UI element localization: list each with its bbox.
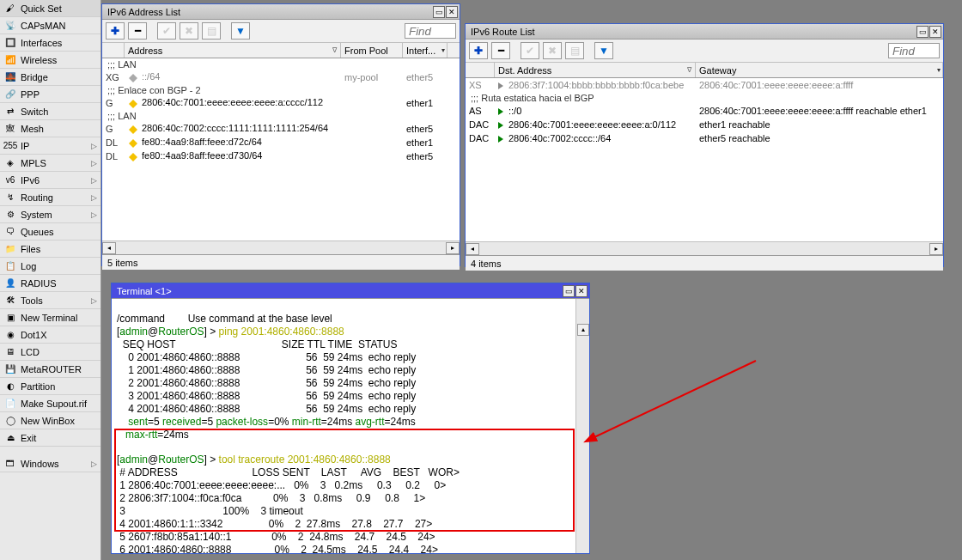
sidebar-item-system[interactable]: ⚙System▷ <box>0 206 100 223</box>
sidebar-label: Mesh <box>21 124 44 134</box>
h-scrollbar[interactable]: ◂ ▸ <box>466 241 943 255</box>
table-row[interactable]: XS2806:3f7:1004:bbbb:bbbb:bbbb:f0ca:bebe… <box>466 78 943 92</box>
menu-icon: ◐ <box>3 380 17 393</box>
flag-column[interactable] <box>102 43 125 58</box>
terminal-output[interactable]: /command Use command at the base level [… <box>112 299 589 553</box>
filter-button[interactable]: ▼ <box>594 42 613 59</box>
table-row[interactable]: G2806:40c:7001:eeee:eeee:eeee:a:cccc/112… <box>102 96 460 110</box>
sidebar-item-tools[interactable]: 🛠Tools▷ <box>0 292 100 309</box>
gateway-column[interactable]: Gateway▾ <box>696 63 943 77</box>
scroll-left[interactable]: ◂ <box>466 243 479 255</box>
table-row[interactable]: DLfe80::4aa9:8aff:feee:d72c/64ether1 <box>102 136 460 149</box>
table-row[interactable]: G2806:40c:7002:cccc:1111:1111:1111:254/6… <box>102 122 460 136</box>
sidebar-item-routing[interactable]: ↯Routing▷ <box>0 189 100 206</box>
enable-button[interactable]: ✔ <box>157 22 176 40</box>
flag-cell: DAC <box>466 133 495 143</box>
sidebar-item-radius[interactable]: 👤RADIUS <box>0 275 100 292</box>
scroll-right[interactable]: ▸ <box>929 243 943 255</box>
menu-icon: ⏏ <box>3 431 17 445</box>
sidebar-item-metarouter[interactable]: 💾MetaROUTER <box>0 361 100 378</box>
sidebar-item-ppp[interactable]: 🔗PPP <box>0 86 100 103</box>
sidebar-item-make-supout.rif[interactable]: 📄Make Supout.rif <box>0 395 100 412</box>
comment-button[interactable]: ▤ <box>565 42 584 59</box>
submenu-indicator: ▷ <box>91 193 97 202</box>
scroll-left[interactable]: ◂ <box>102 242 116 254</box>
scroll-up[interactable]: ▴ <box>577 324 589 336</box>
sidebar-item-wireless[interactable]: 📶Wireless <box>0 52 100 69</box>
sidebar-item-quick-set[interactable]: 🖌Quick Set <box>0 0 100 17</box>
sidebar-item-capsman[interactable]: 📡CAPsMAN <box>0 17 100 34</box>
filter-button[interactable]: ▼ <box>231 22 250 40</box>
disable-button[interactable]: ✖ <box>180 22 198 40</box>
sidebar-item-lcd[interactable]: 🖥LCD <box>0 344 100 361</box>
sidebar-item-partition[interactable]: ◐Partition <box>0 378 100 395</box>
sidebar-item-new-winbox[interactable]: ◯New WinBox <box>0 412 100 429</box>
sidebar-item-windows[interactable]: 🗔 Windows ▷ <box>0 455 100 472</box>
table-row[interactable]: DLfe80::4aa9:8aff:feee:d730/64ether5 <box>102 149 460 163</box>
address-icon <box>128 138 138 149</box>
table-row[interactable]: DAC2806:40c:7002:cccc::/64ether5 reachab… <box>466 131 943 145</box>
pool-column[interactable]: From Pool <box>341 43 403 58</box>
terminal-window: Terminal <1> ▭ ✕ /command Use command at… <box>111 283 590 554</box>
minimize-button[interactable]: ▭ <box>563 285 575 297</box>
window-titlebar[interactable]: IPv6 Route List ▭ ✕ <box>466 24 943 40</box>
minimize-button[interactable]: ▭ <box>433 6 445 18</box>
submenu-indicator: ▷ <box>91 176 97 185</box>
window-title: IPv6 Address List <box>107 7 433 17</box>
disable-button[interactable]: ✖ <box>543 42 562 59</box>
address-icon <box>128 99 138 109</box>
sidebar-item-interfaces[interactable]: 🔲Interfaces <box>0 34 100 52</box>
sidebar-label: MPLS <box>21 158 46 168</box>
flag-column[interactable] <box>466 63 495 77</box>
route-icon <box>498 122 503 129</box>
close-button[interactable]: ✕ <box>575 285 588 297</box>
table-row[interactable]: AS::/02806:40c:7001:eeee:eeee:eeee:a:fff… <box>466 104 943 118</box>
h-scrollbar[interactable]: ◂ ▸ <box>102 240 460 254</box>
sidebar-item-ip[interactable]: 255IP▷ <box>0 137 100 155</box>
table-row[interactable]: XG::/64my-poolether5 <box>102 70 460 84</box>
intf-cell: ether5 <box>403 72 448 82</box>
address-column[interactable]: Address∇ <box>125 43 341 58</box>
scroll-right[interactable]: ▸ <box>446 242 460 254</box>
sidebar-item-switch[interactable]: ⇄Switch <box>0 103 100 120</box>
menu-icon: 🕸 <box>3 122 17 136</box>
sidebar-item-bridge[interactable]: 🌉Bridge <box>0 69 100 86</box>
add-button[interactable]: ✚ <box>106 22 125 40</box>
sidebar-item-files[interactable]: 📁Files <box>0 240 100 258</box>
remove-button[interactable]: ━ <box>128 22 147 40</box>
remove-button[interactable]: ━ <box>491 42 510 59</box>
v-scrollbar[interactable]: ▴ ▾ <box>575 299 589 553</box>
sidebar-item-new-terminal[interactable]: ▣New Terminal <box>0 309 100 326</box>
close-button[interactable]: ✕ <box>446 6 458 18</box>
menu-icon: 👤 <box>3 277 17 290</box>
sidebar-label: Partition <box>21 381 55 392</box>
sidebar-item-queues[interactable]: 🗨Queues <box>0 223 100 240</box>
find-input[interactable] <box>405 23 456 39</box>
toolbar: ✚ ━ ✔ ✖ ▤ ▼ <box>102 20 460 43</box>
sidebar-item-mesh[interactable]: 🕸Mesh <box>0 120 100 137</box>
menu-icon: 📋 <box>3 259 17 273</box>
sidebar-label: Interfaces <box>21 38 62 48</box>
sidebar-item-log[interactable]: 📋Log <box>0 258 100 275</box>
find-input[interactable] <box>888 43 940 58</box>
window-titlebar[interactable]: IPv6 Address List ▭ ✕ <box>102 4 460 20</box>
status-bar: 5 items <box>102 254 460 270</box>
comment-button[interactable]: ▤ <box>202 22 221 40</box>
flag-cell: AS <box>466 106 495 116</box>
menu-icon: 🖌 <box>3 2 17 15</box>
sidebar-item-mpls[interactable]: ◈MPLS▷ <box>0 155 100 172</box>
sidebar-item-exit[interactable]: ⏏Exit <box>0 429 100 447</box>
close-button[interactable]: ✕ <box>929 26 941 38</box>
window-titlebar[interactable]: Terminal <1> ▭ ✕ <box>112 283 589 299</box>
add-button[interactable]: ✚ <box>469 42 488 59</box>
dst-cell: 2806:40c:7001:eeee:eeee:eeee:a:0/112 <box>495 119 696 130</box>
sidebar-item-ipv6[interactable]: v6IPv6▷ <box>0 172 100 189</box>
enable-button[interactable]: ✔ <box>521 42 539 59</box>
dst-column[interactable]: Dst. Address∇ <box>495 63 696 77</box>
minimize-button[interactable]: ▭ <box>916 26 929 38</box>
flag-cell: XS <box>466 80 495 90</box>
sidebar-item-dot1x[interactable]: ◉Dot1X <box>0 326 100 344</box>
table-row[interactable]: DAC2806:40c:7001:eeee:eeee:eeee:a:0/112e… <box>466 118 943 131</box>
interface-column[interactable]: Interf...▾ <box>403 43 448 58</box>
table-comment: ;;; LAN <box>102 110 460 122</box>
